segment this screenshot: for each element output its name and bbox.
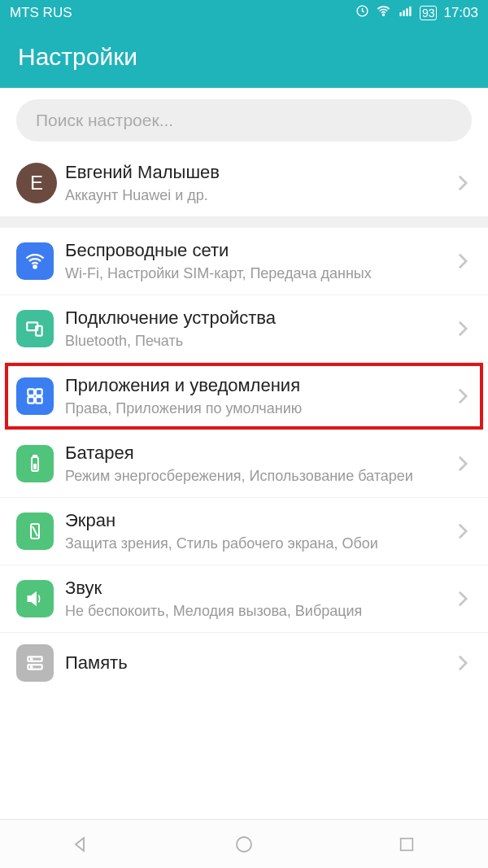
page-title: Настройки: [18, 43, 137, 71]
nav-back-button[interactable]: [70, 833, 93, 856]
settings-item-device-connection[interactable]: Подключение устройства Bluetooth, Печать: [0, 295, 488, 363]
svg-rect-4: [406, 8, 407, 15]
settings-item-sound[interactable]: Звук Не беспокоить, Мелодия вызова, Вибр…: [0, 565, 488, 633]
section-gap: [0, 216, 488, 228]
svg-rect-9: [28, 389, 34, 395]
settings-list: Е Евгений Малышев Аккаунт Huawei и др. Б…: [0, 88, 488, 819]
svg-point-19: [31, 658, 33, 660]
item-sub: Права, Приложения по умолчанию: [65, 399, 451, 418]
item-title: Приложения и уведомления: [65, 374, 451, 397]
item-sub: Wi-Fi, Настройки SIM-карт, Передача данн…: [65, 264, 451, 283]
search-wrap: [0, 88, 488, 150]
item-title: Подключение устройства: [65, 307, 451, 329]
chevron-right-icon: [457, 654, 475, 672]
svg-point-20: [31, 666, 33, 668]
item-sub: Не беспокоить, Мелодия вызова, Вибрация: [65, 601, 451, 621]
svg-rect-14: [33, 456, 37, 457]
item-title: Батарея: [65, 442, 451, 465]
device-icon: [16, 310, 54, 347]
svg-rect-3: [403, 11, 404, 16]
app-title-bar: Настройки: [0, 26, 488, 88]
svg-rect-22: [401, 838, 413, 850]
svg-rect-11: [28, 397, 34, 403]
chevron-right-icon: [457, 174, 475, 192]
svg-rect-12: [36, 397, 42, 403]
nav-home-button[interactable]: [233, 833, 255, 856]
settings-item-storage[interactable]: Память: [0, 633, 488, 682]
chevron-right-icon: [457, 320, 475, 338]
signal-icon: [398, 3, 413, 23]
item-sub: Режим энергосбережения, Использование ба…: [65, 466, 451, 486]
battery-icon: [16, 445, 54, 482]
item-title: Экран: [65, 509, 451, 532]
wifi-icon: [16, 242, 54, 280]
account-sub: Аккаунт Huawei и др.: [65, 185, 451, 205]
svg-point-6: [33, 265, 36, 268]
status-icons: 93 17:03: [355, 3, 478, 23]
avatar: Е: [16, 163, 57, 203]
battery-pct: 93: [420, 6, 438, 20]
settings-item-apps-notifications[interactable]: Приложения и уведомления Права, Приложен…: [0, 363, 488, 430]
status-bar: MTS RUS 93 17:03: [0, 0, 488, 26]
svg-rect-15: [33, 464, 37, 469]
chevron-right-icon: [457, 455, 475, 473]
settings-item-wireless[interactable]: Беспроводные сети Wi-Fi, Настройки SIM-к…: [0, 228, 488, 295]
svg-rect-10: [36, 389, 42, 395]
svg-point-1: [382, 14, 384, 15]
chevron-right-icon: [457, 387, 475, 405]
item-title: Беспроводные сети: [65, 239, 451, 262]
nav-recent-button[interactable]: [395, 833, 418, 856]
display-icon: [16, 513, 54, 550]
item-title: Память: [65, 652, 451, 674]
item-title: Звук: [65, 577, 451, 600]
wifi-icon: [376, 3, 391, 23]
storage-icon: [16, 644, 54, 682]
svg-point-21: [237, 837, 251, 852]
sound-icon: [16, 580, 54, 617]
settings-item-display[interactable]: Экран Защита зрения, Стиль рабочего экра…: [0, 498, 488, 565]
svg-rect-5: [409, 7, 411, 16]
clock-circle-icon: [355, 4, 369, 22]
search-input[interactable]: [16, 99, 472, 142]
chevron-right-icon: [457, 522, 475, 540]
chevron-right-icon: [457, 590, 475, 608]
navigation-bar: [0, 819, 488, 868]
item-sub: Защита зрения, Стиль рабочего экрана, Об…: [65, 534, 451, 553]
apps-icon: [16, 377, 54, 415]
carrier-label: MTS RUS: [10, 5, 72, 21]
item-sub: Bluetooth, Печать: [65, 331, 451, 351]
account-row[interactable]: Е Евгений Малышев Аккаунт Huawei и др.: [0, 150, 488, 216]
account-name: Евгений Малышев: [65, 161, 451, 184]
svg-rect-2: [399, 12, 401, 16]
avatar-initial: Е: [30, 172, 43, 194]
settings-item-battery[interactable]: Батарея Режим энергосбережения, Использо…: [0, 430, 488, 498]
chevron-right-icon: [457, 252, 475, 270]
time-label: 17:03: [443, 5, 478, 21]
